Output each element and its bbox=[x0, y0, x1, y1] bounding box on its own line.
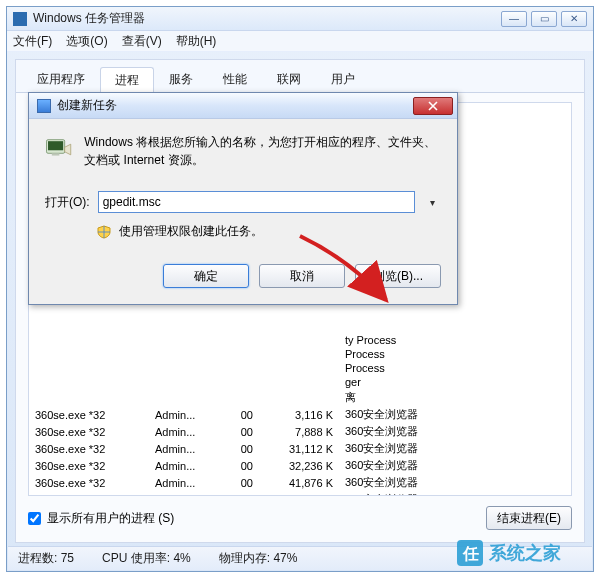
menu-options[interactable]: 选项(O) bbox=[66, 33, 107, 50]
show-all-users-checkbox[interactable]: 显示所有用户的进程 (S) bbox=[28, 510, 174, 527]
table-row[interactable]: 360se.exe *32Admin...0041,876 K360安全浏览器 bbox=[29, 474, 571, 491]
menu-help[interactable]: 帮助(H) bbox=[176, 33, 217, 50]
table-row[interactable]: 360se.exe *32Admin...007,888 K360安全浏览器 bbox=[29, 423, 571, 440]
tab-users[interactable]: 用户 bbox=[316, 66, 370, 92]
dialog-icon bbox=[37, 99, 51, 113]
menu-file[interactable]: 文件(F) bbox=[13, 33, 52, 50]
run-icon bbox=[45, 133, 72, 163]
dialog-body: Windows 将根据您所输入的名称，为您打开相应的程序、文件夹、文档或 Int… bbox=[29, 119, 457, 248]
table-row[interactable]: 离 bbox=[29, 389, 571, 406]
create-task-dialog: 创建新任务 Windows 将根据您所输入的名称，为您打开相应的程序、文件夹、文… bbox=[28, 92, 458, 305]
table-row[interactable]: Process bbox=[29, 361, 571, 375]
tabstrip: 应用程序 进程 服务 性能 联网 用户 bbox=[16, 60, 584, 93]
tab-performance[interactable]: 性能 bbox=[208, 66, 262, 92]
tab-networking[interactable]: 联网 bbox=[262, 66, 316, 92]
status-cpu: CPU 使用率: 4% bbox=[102, 550, 191, 567]
app-icon bbox=[13, 12, 27, 26]
dialog-button-row: 确定 取消 浏览(B)... bbox=[29, 248, 457, 304]
combobox-dropdown-icon[interactable]: ▾ bbox=[423, 197, 441, 208]
dialog-titlebar[interactable]: 创建新任务 bbox=[29, 93, 457, 119]
dialog-title: 创建新任务 bbox=[57, 97, 413, 114]
status-memory: 物理内存: 47% bbox=[219, 550, 298, 567]
table-row[interactable]: 360se.exe *32Admin...0027,296 K360安全浏览器 bbox=[29, 491, 571, 496]
table-row[interactable]: ger bbox=[29, 375, 571, 389]
tab-processes[interactable]: 进程 bbox=[100, 67, 154, 93]
close-icon bbox=[428, 101, 438, 111]
cancel-button[interactable]: 取消 bbox=[259, 264, 345, 288]
titlebar[interactable]: Windows 任务管理器 ― ▭ ✕ bbox=[7, 7, 593, 31]
svg-rect-2 bbox=[52, 153, 60, 155]
table-row[interactable]: 360se.exe *32Admin...0032,236 K360安全浏览器 bbox=[29, 457, 571, 474]
show-all-users-input[interactable] bbox=[28, 512, 41, 525]
close-button[interactable]: ✕ bbox=[561, 11, 587, 27]
svg-rect-1 bbox=[48, 141, 63, 150]
table-row[interactable]: 360se.exe *32Admin...0031,112 K360安全浏览器 bbox=[29, 440, 571, 457]
status-processes: 进程数: 75 bbox=[18, 550, 74, 567]
table-row[interactable]: 360se.exe *32Admin...003,116 K360安全浏览器 bbox=[29, 406, 571, 423]
open-label: 打开(O): bbox=[45, 194, 90, 211]
show-all-users-label: 显示所有用户的进程 (S) bbox=[47, 510, 174, 527]
minimize-button[interactable]: ― bbox=[501, 11, 527, 27]
end-process-button[interactable]: 结束进程(E) bbox=[486, 506, 572, 530]
svg-text:任: 任 bbox=[462, 545, 479, 562]
watermark: 任 系统之家 bbox=[455, 536, 595, 570]
table-row[interactable]: Process bbox=[29, 347, 571, 361]
tab-services[interactable]: 服务 bbox=[154, 66, 208, 92]
admin-message: 使用管理权限创建此任务。 bbox=[119, 223, 263, 240]
window-title: Windows 任务管理器 bbox=[33, 10, 501, 27]
browse-button[interactable]: 浏览(B)... bbox=[355, 264, 441, 288]
bottom-bar: 显示所有用户的进程 (S) 结束进程(E) bbox=[28, 504, 572, 532]
menubar: 文件(F) 选项(O) 查看(V) 帮助(H) bbox=[7, 31, 593, 52]
dialog-close-button[interactable] bbox=[413, 97, 453, 115]
maximize-button[interactable]: ▭ bbox=[531, 11, 557, 27]
open-input[interactable] bbox=[98, 191, 415, 213]
shield-icon bbox=[97, 225, 111, 239]
ok-button[interactable]: 确定 bbox=[163, 264, 249, 288]
svg-text:系统之家: 系统之家 bbox=[488, 543, 561, 563]
window-controls: ― ▭ ✕ bbox=[501, 11, 587, 27]
table-row[interactable]: ty Process bbox=[29, 333, 571, 347]
dialog-description: Windows 将根据您所输入的名称，为您打开相应的程序、文件夹、文档或 Int… bbox=[84, 133, 441, 169]
menu-view[interactable]: 查看(V) bbox=[122, 33, 162, 50]
tab-apps[interactable]: 应用程序 bbox=[22, 66, 100, 92]
